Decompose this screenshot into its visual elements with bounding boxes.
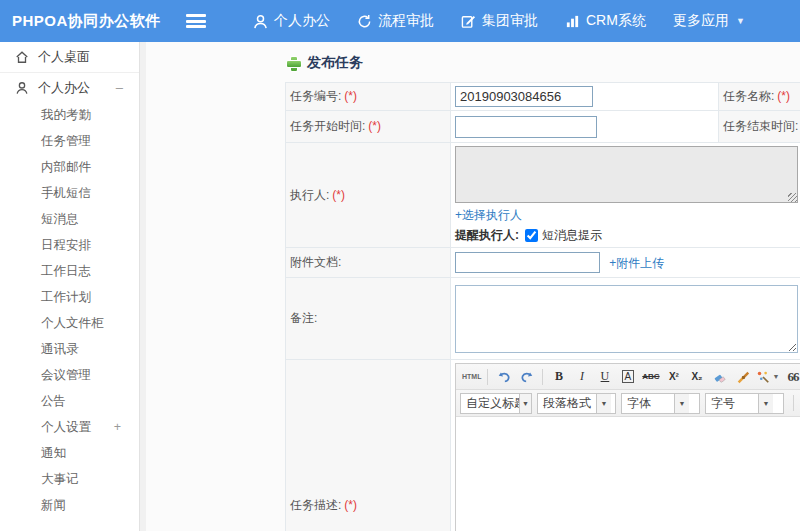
field-label: 任务结束时间: bbox=[723, 119, 798, 133]
format-painter-button[interactable] bbox=[732, 367, 753, 387]
redo-button[interactable] bbox=[516, 367, 537, 387]
expand-icon[interactable]: + bbox=[114, 414, 121, 440]
sidebar-item[interactable]: 日程安排 bbox=[0, 232, 139, 258]
end-time-label-cell: 任务结束时间:(*) bbox=[719, 111, 800, 143]
user-icon bbox=[253, 14, 268, 29]
select-value: 段落格式 bbox=[538, 395, 596, 412]
sidebar-item[interactable]: 通讯录 bbox=[0, 336, 139, 362]
brush-icon bbox=[736, 370, 750, 384]
sidebar-item-label: 通讯录 bbox=[41, 336, 79, 362]
sidebar-item[interactable]: 手机短信 bbox=[0, 180, 139, 206]
sidebar-item-label: 短消息 bbox=[41, 206, 79, 232]
collapse-icon[interactable]: – bbox=[116, 80, 123, 95]
font-family-select[interactable]: 字体▼ bbox=[621, 393, 700, 414]
subscript-button[interactable]: X₂ bbox=[686, 367, 707, 387]
font-size-select[interactable]: 字号▼ bbox=[705, 393, 784, 414]
underline-button[interactable]: U bbox=[594, 367, 615, 387]
field-label: 任务编号: bbox=[290, 89, 341, 103]
field-label: 任务描述: bbox=[290, 498, 341, 512]
nav-personal-office[interactable]: 个人办公 bbox=[253, 12, 330, 30]
paragraph-format-select[interactable]: 段落格式▼ bbox=[537, 393, 616, 414]
field-label: 任务名称: bbox=[723, 89, 774, 103]
caret-down-icon: ▼ bbox=[674, 394, 689, 413]
sidebar-item[interactable]: 工作计划 bbox=[0, 284, 139, 310]
sms-remind-label: 短消息提示 bbox=[542, 227, 602, 244]
nav-workflow-approval[interactable]: 流程审批 bbox=[357, 12, 434, 30]
sidebar-item-office[interactable]: 个人办公 – bbox=[0, 73, 139, 102]
home-icon bbox=[15, 50, 29, 64]
top-header: PHPOA协同办公软件 个人办公 流程审批 集团审批 CRM系统 更多应用 ▼ bbox=[0, 0, 800, 42]
sidebar-item[interactable]: 公告 bbox=[0, 388, 139, 414]
executor-label-cell: 执行人:(*) bbox=[286, 143, 451, 248]
html-source-button[interactable]: HTML bbox=[461, 367, 482, 387]
magic-wand-icon bbox=[756, 370, 770, 384]
sidebar-item-label: 个人办公 bbox=[38, 79, 90, 97]
nav-more-apps[interactable]: 更多应用 ▼ bbox=[673, 12, 745, 30]
sms-remind-checkbox[interactable] bbox=[525, 229, 538, 242]
sidebar-submenu: 我的考勤 任务管理 内部邮件 手机短信 短消息 日程安排 工作日志 工作计划 个… bbox=[0, 102, 139, 518]
executor-textarea[interactable] bbox=[455, 146, 798, 203]
sidebar-item[interactable]: 会议管理 bbox=[0, 362, 139, 388]
attachment-label-cell: 附件文档: bbox=[286, 248, 451, 278]
nav-crm-system[interactable]: CRM系统 bbox=[565, 12, 646, 30]
task-no-input[interactable] bbox=[455, 86, 593, 107]
editor-body[interactable] bbox=[456, 417, 800, 531]
sidebar-item[interactable]: 通知 bbox=[0, 440, 139, 466]
sidebar-item-label: 内部邮件 bbox=[41, 154, 91, 180]
sidebar-item-label: 日程安排 bbox=[41, 232, 91, 258]
undo-icon bbox=[497, 370, 511, 384]
custom-title-select[interactable]: 自定义标题▼ bbox=[460, 393, 532, 414]
remark-textarea[interactable] bbox=[455, 285, 798, 353]
sidebar-item[interactable]: 个人文件柜 bbox=[0, 310, 139, 336]
field-label: 任务开始时间: bbox=[290, 119, 365, 133]
select-value: 自定义标题 bbox=[461, 395, 519, 412]
attachment-input[interactable] bbox=[455, 252, 600, 273]
page-title-text: 发布任务 bbox=[307, 54, 363, 72]
eraser-button[interactable] bbox=[709, 367, 730, 387]
sidebar-item-label: 通知 bbox=[41, 440, 66, 466]
sidebar-item-label: 工作日志 bbox=[41, 258, 91, 284]
sidebar-item-label: 会议管理 bbox=[41, 362, 91, 388]
field-label: 执行人: bbox=[290, 188, 329, 202]
italic-button[interactable]: I bbox=[571, 367, 592, 387]
sidebar-item-label: 公告 bbox=[41, 388, 66, 414]
start-time-input[interactable] bbox=[455, 116, 597, 138]
undo-button[interactable] bbox=[493, 367, 514, 387]
sidebar-item[interactable]: 短消息 bbox=[0, 206, 139, 232]
required-mark: (*) bbox=[344, 89, 357, 103]
sidebar-item[interactable]: 个人设置 + bbox=[0, 414, 139, 440]
nav-group-approval[interactable]: 集团审批 bbox=[461, 12, 538, 30]
caret-down-icon: ▼ bbox=[758, 394, 773, 413]
nav-label: 个人办公 bbox=[274, 12, 330, 30]
sidebar-item[interactable]: 大事记 bbox=[0, 466, 139, 492]
sidebar-item[interactable]: 工作日志 bbox=[0, 258, 139, 284]
blockquote-button[interactable]: 66 bbox=[782, 367, 800, 387]
sidebar-item-label: 新闻 bbox=[41, 492, 66, 518]
remind-executor-label: 提醒执行人: bbox=[455, 227, 519, 244]
strikethrough-button[interactable]: ABC bbox=[640, 367, 661, 387]
format-wand-button[interactable]: ▼ bbox=[755, 367, 780, 387]
sidebar-item-desktop[interactable]: 个人桌面 bbox=[0, 42, 139, 73]
add-icon bbox=[286, 56, 300, 70]
superscript-button[interactable]: X² bbox=[663, 367, 684, 387]
resize-handle[interactable] bbox=[788, 193, 797, 202]
font-style-button[interactable]: A bbox=[617, 367, 638, 387]
eraser-icon bbox=[713, 370, 727, 384]
sidebar-item-label: 任务管理 bbox=[41, 128, 91, 154]
sidebar-item[interactable]: 任务管理 bbox=[0, 128, 139, 154]
sidebar-item[interactable]: 我的考勤 bbox=[0, 102, 139, 128]
sidebar-item-label: 个人设置 bbox=[41, 414, 91, 440]
bold-button[interactable]: B bbox=[548, 367, 569, 387]
hamburger-menu-icon[interactable] bbox=[186, 14, 206, 28]
font-style-glyph: A bbox=[622, 370, 635, 383]
sidebar-item[interactable]: 内部邮件 bbox=[0, 154, 139, 180]
nav-label: 更多应用 bbox=[673, 12, 729, 30]
nav-label: 集团审批 bbox=[482, 12, 538, 30]
choose-executor-link[interactable]: +选择执行人 bbox=[455, 208, 522, 222]
sidebar-item-label: 大事记 bbox=[41, 466, 79, 492]
nav-label: 流程审批 bbox=[378, 12, 434, 30]
sidebar-item-label: 手机短信 bbox=[41, 180, 91, 206]
sidebar-item[interactable]: 新闻 bbox=[0, 492, 139, 518]
attachment-upload-link[interactable]: +附件上传 bbox=[609, 256, 664, 270]
sidebar: 个人桌面 个人办公 – 我的考勤 任务管理 内部邮件 手机短信 短消息 日程安排… bbox=[0, 42, 140, 531]
